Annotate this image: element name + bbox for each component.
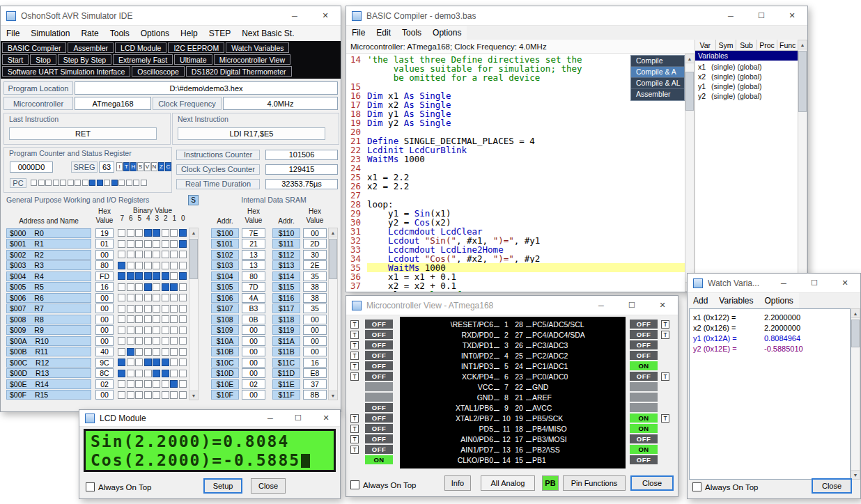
register-bit[interactable] bbox=[162, 229, 169, 237]
sram-hex-value[interactable]: 00 bbox=[242, 325, 265, 335]
register-bit[interactable] bbox=[135, 337, 143, 345]
t-toggle-button[interactable]: T bbox=[350, 446, 359, 454]
register-bit[interactable] bbox=[135, 283, 143, 291]
sram-hex-value[interactable]: 37 bbox=[303, 379, 327, 389]
register-bit[interactable] bbox=[179, 283, 187, 291]
register-bit[interactable] bbox=[127, 391, 134, 399]
register-bit[interactable] bbox=[144, 294, 152, 301]
register-bit[interactable] bbox=[118, 229, 125, 237]
register-bit[interactable] bbox=[162, 337, 169, 345]
register-bit[interactable] bbox=[144, 380, 152, 388]
sram-hex-value[interactable]: 00 bbox=[242, 336, 265, 346]
scroll-up-icon[interactable]: ▲ bbox=[329, 228, 337, 237]
register-bit[interactable] bbox=[153, 262, 160, 269]
pin-state-pb4-miso[interactable]: ON bbox=[630, 424, 658, 433]
scroll-down-icon[interactable]: ▼ bbox=[329, 391, 337, 400]
register-bit[interactable] bbox=[144, 272, 152, 280]
watch-item[interactable]: x1 (0x122) =2.2000000 bbox=[690, 312, 850, 322]
register-bit[interactable] bbox=[118, 370, 125, 377]
register-bit[interactable] bbox=[127, 380, 134, 388]
watch-item[interactable]: y2 (0x12E) =-0.5885010 bbox=[690, 343, 850, 354]
register-hex-value[interactable]: 9C bbox=[95, 358, 114, 368]
pin-state-pc2-adc2[interactable]: OFF bbox=[630, 351, 658, 360]
registers-scrollbar[interactable]: ▲ ▼ bbox=[189, 228, 199, 400]
sreg-flag-z[interactable]: Z bbox=[158, 162, 164, 171]
checkbox-icon[interactable] bbox=[86, 482, 95, 491]
toolbar-button-assembler[interactable]: Assembler bbox=[68, 42, 114, 53]
register-bit[interactable] bbox=[135, 359, 143, 366]
pin-state-aref[interactable] bbox=[630, 393, 658, 402]
sram-address[interactable]: $10A bbox=[211, 336, 239, 346]
maximize-icon[interactable]: ☐ bbox=[284, 410, 312, 426]
register-hex-value[interactable]: 00 bbox=[95, 293, 114, 303]
watch-item[interactable]: x2 (0x126) =2.2000000 bbox=[690, 322, 850, 333]
scroll-up-icon[interactable]: ▲ bbox=[189, 228, 198, 237]
sram-hex-value[interactable]: 38 bbox=[303, 293, 327, 303]
toolbar-button-start[interactable]: Start bbox=[2, 54, 29, 65]
pin-state-pc4-adc4-sda[interactable]: OFF bbox=[630, 330, 658, 339]
sram-scrollbar[interactable]: ▲ ▼ bbox=[328, 228, 338, 400]
register-bit[interactable] bbox=[144, 348, 152, 356]
toolbar-button-step-by-step[interactable]: Step By Step bbox=[58, 54, 111, 65]
sram-address[interactable]: $10F bbox=[211, 390, 239, 400]
sram-hex-value[interactable]: E8 bbox=[303, 368, 327, 378]
register-bit[interactable] bbox=[144, 359, 152, 366]
toolbar-button-watch-variables[interactable]: Watch Variables bbox=[226, 42, 289, 53]
register-address[interactable]: $000R0 bbox=[6, 228, 91, 238]
register-bit[interactable] bbox=[127, 240, 134, 248]
mcu-always-on-top-checkbox[interactable]: Always On Top bbox=[350, 480, 417, 489]
register-bit[interactable] bbox=[179, 348, 187, 356]
register-bit[interactable] bbox=[118, 359, 125, 366]
register-address[interactable]: $008R8 bbox=[6, 315, 91, 324]
watch-titlebar[interactable]: Watch Varia... ─ ☐ ✕ bbox=[688, 274, 860, 293]
register-bit[interactable] bbox=[153, 251, 160, 258]
register-bit[interactable] bbox=[170, 359, 178, 366]
register-bit[interactable] bbox=[135, 326, 143, 334]
register-bit[interactable] bbox=[170, 283, 178, 291]
variable-item[interactable]: y2(single) (global) bbox=[695, 91, 798, 101]
register-bit[interactable] bbox=[144, 283, 152, 291]
register-hex-value[interactable]: 00 bbox=[95, 250, 114, 260]
pc-bit[interactable] bbox=[141, 180, 147, 186]
pc-bit[interactable] bbox=[82, 180, 88, 186]
popup-item-compile-a[interactable]: Compile & A bbox=[631, 67, 684, 78]
watch-scroll-track[interactable] bbox=[851, 318, 860, 470]
sram-address[interactable]: $11B bbox=[272, 347, 300, 356]
register-address[interactable]: $004R4 bbox=[6, 271, 91, 281]
register-bit[interactable] bbox=[179, 272, 187, 280]
sram-address[interactable]: $119 bbox=[272, 325, 300, 335]
popup-item-assembler[interactable]: Assembler bbox=[631, 89, 684, 100]
pc-bit[interactable] bbox=[97, 180, 103, 186]
pin-state-xck-pd4[interactable]: OFF bbox=[365, 372, 393, 381]
pc-bit[interactable] bbox=[89, 180, 95, 186]
sram-address[interactable]: $11D bbox=[272, 368, 300, 378]
menu-rate[interactable]: Rate bbox=[75, 26, 104, 40]
code-scroll-track[interactable] bbox=[685, 63, 694, 282]
checkbox-icon[interactable] bbox=[350, 480, 359, 489]
minimize-icon[interactable]: ─ bbox=[715, 6, 746, 25]
sram-hex-value[interactable]: 35 bbox=[303, 304, 327, 313]
register-bit[interactable] bbox=[118, 348, 125, 356]
close-icon[interactable]: ✕ bbox=[777, 6, 807, 25]
pc-bit[interactable] bbox=[45, 180, 52, 186]
t-toggle-button[interactable]: T bbox=[350, 372, 359, 381]
scroll-up-icon[interactable]: ▲ bbox=[798, 40, 807, 49]
toolbar-button-lcd-module[interactable]: LCD Module bbox=[115, 42, 166, 53]
register-bit[interactable] bbox=[179, 380, 187, 388]
toolbar-button-extremely-fast[interactable]: Extremely Fast bbox=[113, 54, 173, 65]
pin-state-clko-pb0[interactable]: ON bbox=[365, 455, 393, 464]
sram-address[interactable]: $111 bbox=[272, 239, 300, 249]
sram-address[interactable]: $104 bbox=[211, 271, 239, 281]
sram-address[interactable]: $114 bbox=[272, 271, 300, 281]
register-bit[interactable] bbox=[127, 251, 134, 258]
sram-address[interactable]: $102 bbox=[211, 250, 239, 260]
register-bit[interactable] bbox=[170, 391, 178, 399]
register-bit[interactable] bbox=[118, 380, 125, 388]
register-bit[interactable] bbox=[170, 337, 178, 345]
register-bit[interactable] bbox=[118, 262, 125, 269]
pc-bit[interactable] bbox=[60, 180, 66, 186]
sram-address[interactable]: $117 bbox=[272, 304, 300, 313]
watch-always-on-top-checkbox[interactable]: Always On Top bbox=[692, 482, 759, 491]
sram-hex-value[interactable]: 00 bbox=[303, 347, 327, 356]
scroll-down-icon[interactable]: ▼ bbox=[851, 470, 860, 479]
